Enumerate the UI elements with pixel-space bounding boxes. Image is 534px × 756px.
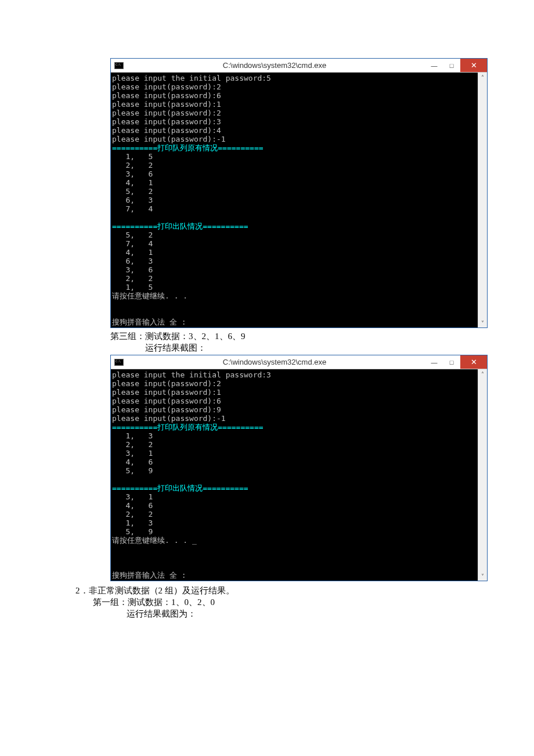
console-output: please input the initial password:3 plea… [111,369,478,581]
scroll-up-icon[interactable]: ˄ [478,73,487,82]
cmd-icon [114,359,124,366]
window-title: C:\windows\system32\cmd.exe [124,61,425,70]
maximize-button[interactable]: □ [443,355,460,369]
scrollbar[interactable]: ˄ ˅ [478,369,487,581]
terminal-window-2: C:\windows\system32\cmd.exe — □ ✕ please… [110,355,488,581]
section-line: 2．非正常测试数据（2 组）及运行结果。 [75,585,534,596]
caption-line: 运行结果截图： [110,342,534,354]
console-area: please input the initial password:3 plea… [111,369,487,581]
console-area: please input the initial password:5 plea… [111,73,487,327]
window-controls: — □ ✕ [425,355,487,369]
titlebar: C:\windows\system32\cmd.exe — □ ✕ [111,355,487,369]
caption-group-3: 第三组：测试数据：3、2、1、6、9 运行结果截图： [110,328,534,355]
section-line: 运行结果截图为： [75,608,534,620]
scroll-down-icon[interactable]: ˅ [478,571,487,581]
window-controls: — □ ✕ [425,59,487,72]
scroll-down-icon[interactable]: ˅ [478,318,487,327]
scroll-up-icon[interactable]: ˄ [478,369,487,379]
caption-line: 第三组：测试数据：3、2、1、6、9 [110,330,534,342]
minimize-button[interactable]: — [425,355,443,369]
window-title: C:\windows\system32\cmd.exe [124,358,425,366]
close-button[interactable]: ✕ [460,355,487,369]
console-output: please input the initial password:5 plea… [111,73,478,327]
maximize-button[interactable]: □ [443,59,460,72]
section-line: 第一组：测试数据：1、0、2、0 [75,596,534,608]
scrollbar[interactable]: ˄ ˅ [478,73,487,327]
section-2: 2．非正常测试数据（2 组）及运行结果。 第一组：测试数据：1、0、2、0 运行… [75,581,534,623]
minimize-button[interactable]: — [425,59,443,72]
terminal-window-1: C:\windows\system32\cmd.exe — □ ✕ please… [110,58,488,328]
close-button[interactable]: ✕ [460,59,487,72]
titlebar: C:\windows\system32\cmd.exe — □ ✕ [111,59,487,73]
cmd-icon [114,62,124,69]
